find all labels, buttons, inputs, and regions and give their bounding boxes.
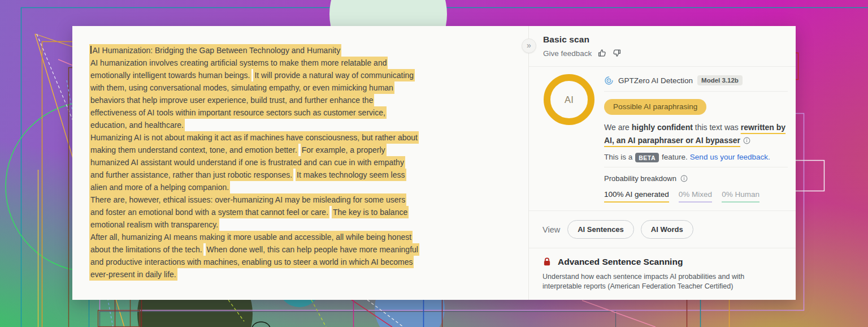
document-pane[interactable]: AI Humanization: Bridging the Gap Betwee…: [72, 26, 528, 300]
beta-badge: BETA: [635, 153, 659, 162]
beta-prefix: This is a: [604, 153, 632, 161]
gptzero-logo-icon: [604, 76, 614, 85]
gptzero-scan-window: AI Humanization: Bridging the Gap Betwee…: [72, 26, 796, 300]
view-ai-sentences-button[interactable]: AI Sentences: [567, 220, 634, 239]
probability-breakdown-row: 100% AI generated0% Mixed0% Human: [604, 190, 788, 203]
verdict-badge: Possible AI paraphrasing: [604, 99, 706, 115]
paragraph: There are, however, ethical issues: over…: [89, 193, 418, 230]
paragraph: AI Humanization: Bridging the Gap Betwee…: [89, 44, 418, 56]
confidence-middle: this text was: [693, 123, 741, 132]
beta-suffix: feature.: [662, 153, 688, 161]
document-text: AI Humanization: Bridging the Gap Betwee…: [89, 44, 418, 280]
scan-result-section: AI GPTZero AI Detection Model 3.12b: [529, 67, 796, 211]
advanced-section-description: Understand how each sentence impacts AI …: [542, 272, 755, 291]
paragraph: After all, humanizing AI means making it…: [89, 230, 418, 280]
probability-item[interactable]: 0% Human: [722, 190, 760, 203]
thumbs-up-icon: [597, 48, 607, 58]
panel-title: Basic scan: [543, 35, 784, 45]
lock-icon: [542, 257, 552, 267]
send-feedback-link[interactable]: Send us your feedback.: [690, 153, 770, 161]
chevron-double-right-icon: »: [527, 41, 531, 50]
confidence-flagged-link[interactable]: AI, an AI paraphraser or AI bypasser: [604, 136, 740, 145]
confidence-statement: We are highly confident this text was re…: [604, 121, 788, 147]
divider: [604, 167, 788, 167]
info-icon[interactable]: [743, 137, 750, 144]
gauge-label: AI: [565, 94, 574, 105]
probability-item[interactable]: 100% AI generated: [604, 190, 669, 203]
beta-notice: This is aBETAfeature.Send us your feedba…: [604, 153, 788, 161]
confidence-emphasis: highly confident: [632, 123, 693, 132]
view-label: View: [542, 225, 560, 234]
thumbs-down-icon: [612, 48, 622, 58]
highlighted-sentence: AI Humanization: Bridging the Gap Betwee…: [89, 44, 341, 57]
confidence-prefix: We are: [604, 123, 632, 132]
detector-name: GPTZero AI Detection: [618, 76, 693, 85]
probability-item[interactable]: 0% Mixed: [679, 190, 712, 203]
info-icon[interactable]: [680, 175, 688, 182]
ai-probability-gauge: AI: [544, 74, 594, 125]
view-ai-words-button[interactable]: AI Words: [641, 220, 693, 239]
probability-breakdown-label: Probability breakdown: [604, 174, 676, 183]
advanced-scanning-section: Advanced Sentence Scanning Understand ho…: [529, 248, 796, 291]
panel-header: » Basic scan Give feedback: [529, 26, 796, 67]
view-toggle-section: View AI SentencesAI Words: [529, 211, 796, 248]
desktop-background: AI Humanization: Bridging the Gap Betwee…: [0, 0, 868, 327]
advanced-section-title: Advanced Sentence Scanning: [558, 257, 683, 267]
thumbs-down-button[interactable]: [612, 48, 622, 58]
model-version-badge: Model 3.12b: [697, 75, 743, 85]
paragraph: AI humanization involves creating artifi…: [89, 56, 418, 131]
give-feedback-label: Give feedback: [543, 49, 592, 58]
collapse-panel-button[interactable]: »: [522, 38, 536, 53]
confidence-flagged-link[interactable]: rewritten by: [741, 123, 785, 132]
scan-results-panel: » Basic scan Give feedback: [528, 26, 796, 300]
paragraph: Humanizing AI is not about making it act…: [89, 131, 418, 193]
thumbs-up-button[interactable]: [597, 48, 607, 58]
